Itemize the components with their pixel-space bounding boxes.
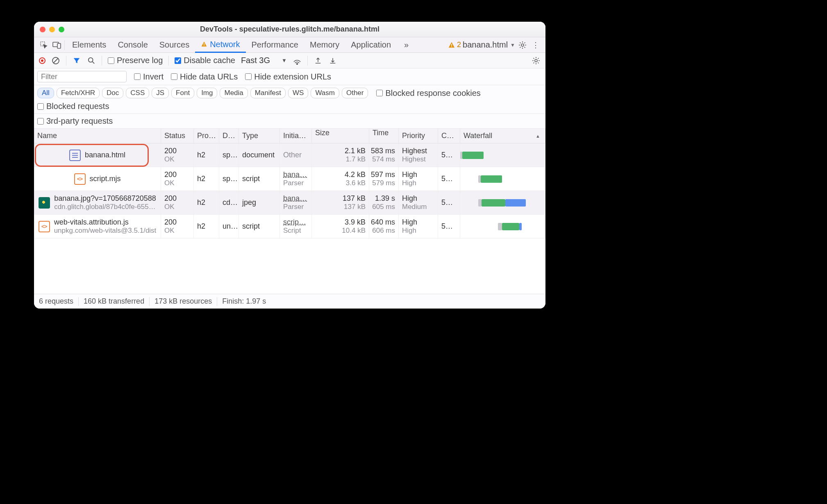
filter-input[interactable]	[37, 71, 127, 82]
third-party-checkbox[interactable]: 3rd-party requests	[37, 116, 113, 126]
request-name: banana.jpg?v=1705668720588	[54, 194, 156, 203]
separator	[66, 56, 66, 66]
col-type[interactable]: Type	[239, 129, 280, 143]
upload-har-icon[interactable]	[314, 56, 323, 65]
type-filter-font[interactable]: Font	[171, 88, 194, 98]
gear-icon[interactable]	[532, 56, 541, 65]
col-priority[interactable]: Priority	[399, 129, 438, 143]
filter-icon[interactable]	[72, 56, 81, 65]
kebab-menu-icon[interactable]: ⋮	[530, 39, 541, 51]
inspect-element-icon[interactable]	[38, 39, 50, 51]
hide-data-label: Hide data URLs	[180, 72, 238, 82]
chevron-down-icon: ▼	[510, 42, 515, 48]
type-filter-other[interactable]: Other	[342, 88, 368, 98]
col-waterfall[interactable]: Waterfall▲	[460, 129, 545, 143]
table-row[interactable]: <>web-vitals.attribution.jsunpkg.com/web…	[34, 215, 545, 238]
blocked-response-cookies-checkbox[interactable]: Blocked response cookies	[376, 89, 480, 98]
device-toolbar-icon[interactable]	[51, 39, 63, 51]
col-status[interactable]: Status	[161, 129, 194, 143]
status-requests: 6 requests	[39, 297, 73, 306]
tab-application[interactable]: Application	[345, 37, 397, 53]
col-time[interactable]: Time	[369, 129, 399, 143]
sort-asc-icon: ▲	[536, 134, 540, 138]
gear-icon[interactable]	[517, 39, 528, 51]
filter-bar: Invert Hide data URLs Hide extension URL…	[34, 68, 545, 85]
invert-checkbox[interactable]: Invert	[134, 72, 164, 82]
type-filter-media[interactable]: Media	[220, 88, 248, 98]
type-filter-img[interactable]: Img	[197, 88, 217, 98]
type-filter-bar: AllFetch/XHRDocCSSJSFontImgMediaManifest…	[34, 85, 545, 114]
throttling-select[interactable]: Fast 3G ▼	[241, 56, 287, 65]
type-filter-fetch-xhr[interactable]: Fetch/XHR	[57, 88, 100, 98]
hide-data-urls-checkbox[interactable]: Hide data URLs	[171, 72, 238, 82]
network-conditions-icon[interactable]	[293, 56, 302, 65]
panel-tabs: ElementsConsoleSourcesNetworkPerformance…	[34, 37, 545, 53]
svg-line-11	[93, 61, 95, 64]
type-filter-manifest[interactable]: Manifest	[250, 88, 286, 98]
separator	[149, 297, 150, 306]
tabs-overflow[interactable]: »	[398, 37, 414, 53]
col-initiator[interactable]: Initia…	[280, 129, 312, 143]
type-filter-css[interactable]: CSS	[126, 88, 149, 98]
target-selector[interactable]: banana.html ▼	[463, 40, 515, 50]
col-domain[interactable]: D…	[219, 129, 239, 143]
separator	[78, 297, 79, 306]
disable-cache-checkbox[interactable]: Disable cache	[175, 56, 235, 65]
col-connection[interactable]: C…	[438, 129, 460, 143]
type-filter-doc[interactable]: Doc	[102, 88, 123, 98]
separator	[307, 56, 308, 66]
warnings-indicator[interactable]: 2	[448, 41, 461, 49]
warning-icon	[201, 41, 207, 48]
waterfall-label: Waterfall	[463, 132, 492, 140]
waterfall-cell	[460, 143, 545, 167]
preserve-log-checkbox[interactable]: Preserve log	[108, 56, 163, 65]
network-toolbar: Preserve log Disable cache Fast 3G ▼	[34, 53, 545, 68]
titlebar: DevTools - speculative-rules.glitch.me/b…	[34, 22, 545, 37]
tab-network[interactable]: Network	[195, 37, 245, 53]
request-name: web-vitals.attribution.js	[54, 218, 157, 227]
table-row[interactable]: banana.html200OKh2sp…documentOther2.1 kB…	[34, 143, 545, 167]
disable-cache-label: Disable cache	[184, 56, 235, 65]
svg-point-10	[89, 57, 93, 62]
table-row[interactable]: <>script.mjs200OKh2sp…scriptbana…Parser4…	[34, 167, 545, 191]
waterfall-cell	[460, 167, 545, 191]
svg-rect-4	[204, 45, 204, 46]
tab-console[interactable]: Console	[112, 37, 153, 53]
svg-rect-3	[204, 43, 204, 45]
col-size[interactable]: Size	[312, 129, 369, 143]
window-title: DevTools - speculative-rules.glitch.me/b…	[34, 25, 545, 34]
extra-filter-bar: 3rd-party requests	[34, 114, 545, 129]
tab-memory[interactable]: Memory	[304, 37, 345, 53]
script-icon: <>	[39, 221, 50, 232]
status-finish: Finish: 1.97 s	[222, 297, 266, 306]
col-protocol[interactable]: Pro…	[194, 129, 219, 143]
type-filter-ws[interactable]: WS	[288, 88, 308, 98]
warnings-count: 2	[457, 41, 461, 49]
svg-rect-5	[451, 44, 452, 46]
search-icon[interactable]	[87, 56, 96, 65]
type-filter-wasm[interactable]: Wasm	[311, 88, 339, 98]
image-icon	[39, 197, 50, 209]
svg-rect-2	[57, 43, 61, 48]
record-button[interactable]	[39, 57, 45, 64]
blocked-req-label: Blocked requests	[46, 102, 109, 111]
table-header: Name Status Pro… D… Type Initia… Size Ti…	[34, 129, 545, 143]
blocked-resp-label: Blocked response cookies	[385, 89, 480, 98]
chevron-down-icon: ▼	[282, 57, 287, 64]
type-filter-all[interactable]: All	[37, 88, 54, 98]
type-filter-js[interactable]: JS	[152, 88, 169, 98]
blocked-requests-checkbox[interactable]: Blocked requests	[37, 102, 109, 111]
target-label: banana.html	[463, 40, 508, 50]
col-name[interactable]: Name	[34, 129, 161, 143]
tab-sources[interactable]: Sources	[154, 37, 195, 53]
tab-performance[interactable]: Performance	[246, 37, 304, 53]
preserve-log-label: Preserve log	[117, 56, 163, 65]
hide-extension-urls-checkbox[interactable]: Hide extension URLs	[245, 72, 331, 82]
download-har-icon[interactable]	[328, 56, 337, 65]
status-transferred: 160 kB transferred	[84, 297, 144, 306]
clear-icon[interactable]	[51, 56, 60, 65]
separator	[64, 40, 65, 50]
svg-point-13	[535, 59, 537, 62]
tab-elements[interactable]: Elements	[66, 37, 112, 53]
table-row[interactable]: banana.jpg?v=1705668720588cdn.glitch.glo…	[34, 191, 545, 215]
